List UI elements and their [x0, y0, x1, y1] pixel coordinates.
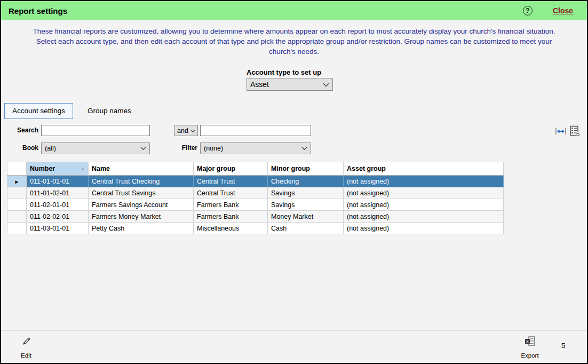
- grid-cell-minor[interactable]: Checking: [268, 176, 344, 187]
- excel-export-icon: x: [525, 336, 536, 346]
- book-value: (all): [45, 145, 140, 152]
- column-header-major-group[interactable]: Major group: [194, 162, 268, 176]
- search-operator-dropdown[interactable]: and: [174, 125, 198, 136]
- filter-label: Filter: [175, 143, 197, 154]
- fit-width-icon: [555, 127, 567, 136]
- row-selector-cell[interactable]: [7, 199, 27, 211]
- chevron-down-icon: [323, 80, 329, 89]
- grid-cell-major[interactable]: Miscellaneous: [194, 223, 268, 234]
- table-row[interactable]: ►011-01-01-01Central Trust CheckingCentr…: [7, 176, 504, 187]
- reset-grid-layout-button[interactable]: [569, 125, 581, 137]
- book-label: Book: [12, 143, 38, 154]
- search-operator-value: and: [177, 127, 190, 134]
- grid-cell-asset[interactable]: (not assigned): [344, 176, 504, 187]
- sort-ascending-icon: ▲: [81, 167, 85, 171]
- bottom-toolbar: Edit x Export 5: [1, 330, 587, 363]
- grid-cell-number[interactable]: 011-02-02-01: [27, 211, 89, 223]
- title-bar: Report settings ? Close: [1, 1, 587, 20]
- row-selector-header: [7, 162, 27, 176]
- close-link[interactable]: Close: [553, 6, 573, 15]
- help-icon[interactable]: ?: [523, 6, 533, 15]
- tab-strip: Account settings Group names: [4, 103, 139, 119]
- grid-cell-major[interactable]: Central Trust: [194, 187, 268, 199]
- grid-cell-number[interactable]: 011-03-01-01: [27, 223, 89, 234]
- current-row-arrow-icon: ►: [14, 179, 20, 185]
- search-input[interactable]: [41, 125, 150, 136]
- grid-cell-number[interactable]: 011-02-01-01: [27, 199, 89, 211]
- table-row[interactable]: 011-02-02-01Farmers Money MarketFarmers …: [7, 211, 504, 223]
- grid-cell-name[interactable]: Farmers Savings Account: [89, 199, 194, 211]
- account-type-value: Asset: [250, 80, 323, 89]
- grid-reset-icon: [569, 125, 581, 137]
- grid-cell-asset[interactable]: (not assigned): [344, 223, 504, 234]
- book-dropdown[interactable]: (all): [41, 143, 150, 154]
- pencil-icon: [21, 336, 31, 346]
- edit-button-label: Edit: [21, 352, 31, 359]
- search-label: Search: [12, 125, 38, 136]
- table-row[interactable]: 011-01-02-01Central Trust SavingsCentral…: [7, 187, 504, 199]
- table-row[interactable]: 011-03-01-01Petty CashMiscellaneousCash(…: [7, 223, 504, 234]
- grid-cell-minor[interactable]: Savings: [268, 199, 344, 211]
- column-header-asset-group[interactable]: Asset group: [344, 162, 504, 176]
- grid-cell-number[interactable]: 011-01-02-01: [27, 187, 89, 199]
- grid-cell-minor[interactable]: Cash: [268, 223, 344, 234]
- column-header-name[interactable]: Name: [89, 162, 194, 176]
- table-row[interactable]: 011-02-01-01Farmers Savings AccountFarme…: [7, 199, 504, 211]
- grid-cell-minor[interactable]: Money Market: [268, 211, 344, 223]
- grid-cell-name[interactable]: Central Trust Checking: [89, 176, 194, 187]
- chevron-down-icon: [140, 145, 146, 152]
- grid-cell-number[interactable]: 011-01-01-01: [27, 176, 89, 187]
- grid-cell-asset[interactable]: (not assigned): [344, 187, 504, 199]
- export-button[interactable]: x Export: [514, 335, 545, 360]
- grid-header-row: Number ▲ Name Major group Minor group As…: [7, 162, 504, 176]
- grid-cell-asset[interactable]: (not assigned): [344, 199, 504, 211]
- account-type-label: Account type to set up: [247, 68, 321, 76]
- grid-cell-name[interactable]: Farmers Money Market: [89, 211, 194, 223]
- chevron-down-icon: [301, 145, 307, 152]
- filter-value: (none): [204, 145, 301, 152]
- row-selector-cell[interactable]: ►: [7, 176, 27, 187]
- search-input-secondary[interactable]: [200, 125, 311, 136]
- edit-button[interactable]: Edit: [11, 335, 42, 360]
- account-type-dropdown[interactable]: Asset: [247, 78, 333, 91]
- grid-cell-major[interactable]: Central Trust: [194, 176, 268, 187]
- chevron-down-icon: [190, 127, 195, 134]
- fit-column-width-button[interactable]: [555, 127, 567, 136]
- tab-group-names[interactable]: Group names: [80, 103, 139, 119]
- accounts-grid: Number ▲ Name Major group Minor group As…: [7, 162, 504, 234]
- export-button-label: Export: [521, 352, 538, 359]
- column-header-number[interactable]: Number ▲: [27, 162, 89, 176]
- column-header-minor-group[interactable]: Minor group: [268, 162, 344, 176]
- grid-cell-minor[interactable]: Savings: [268, 187, 344, 199]
- row-selector-cell[interactable]: [7, 187, 27, 199]
- grid-body: ►011-01-01-01Central Trust CheckingCentr…: [7, 176, 504, 234]
- column-header-label: Number: [30, 165, 55, 172]
- page-title: Report settings: [9, 6, 67, 15]
- grid-cell-name[interactable]: Central Trust Savings: [89, 187, 194, 199]
- grid-cell-major[interactable]: Farmers Bank: [194, 211, 268, 223]
- svg-text:x: x: [526, 339, 529, 344]
- grid-cell-name[interactable]: Petty Cash: [89, 223, 194, 234]
- description-text: These financial reports are customized, …: [25, 26, 563, 57]
- record-count: 5: [561, 342, 566, 350]
- filter-dropdown[interactable]: (none): [200, 143, 311, 154]
- grid-cell-asset[interactable]: (not assigned): [344, 211, 504, 223]
- row-selector-cell[interactable]: [7, 223, 27, 234]
- report-settings-window: Report settings ? Close These financial …: [0, 0, 588, 364]
- tab-account-settings[interactable]: Account settings: [4, 103, 73, 119]
- grid-cell-major[interactable]: Farmers Bank: [194, 199, 268, 211]
- row-selector-cell[interactable]: [7, 211, 27, 223]
